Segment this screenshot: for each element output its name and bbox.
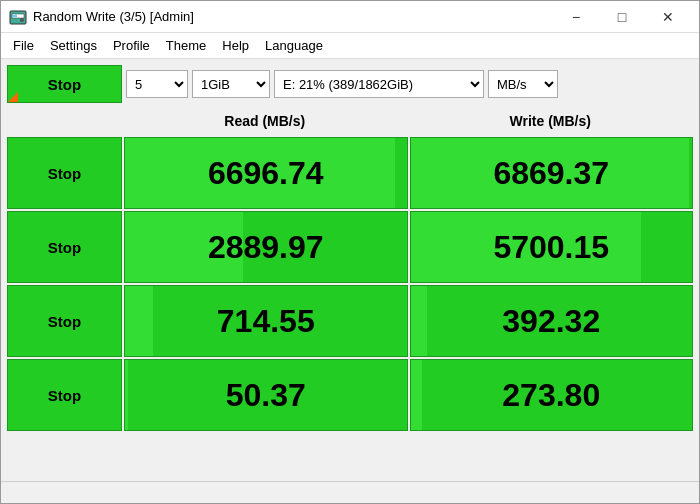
column-headers: Read (MB/s) Write (MB/s) <box>7 107 693 135</box>
title-controls: − □ ✕ <box>553 5 691 29</box>
menu-bar: File Settings Profile Theme Help Languag… <box>1 33 699 59</box>
read-value-row1: 6696.74 <box>124 137 408 209</box>
title-bar-left: Random Write (3/5) [Admin] <box>9 8 194 26</box>
app-window: Random Write (3/5) [Admin] − □ ✕ File Se… <box>0 0 700 504</box>
read-value-row3: 714.55 <box>124 285 408 357</box>
table-row: Stop 2889.97 5700.15 <box>7 211 693 283</box>
drive-select[interactable]: E: 21% (389/1862GiB) <box>274 70 484 98</box>
write-progress-bar-row4 <box>411 360 422 430</box>
write-progress-bar-row3 <box>411 286 428 356</box>
read-progress-bar-row3 <box>125 286 153 356</box>
table-row: Stop 50.37 273.80 <box>7 359 693 431</box>
read-progress-bar-row4 <box>125 360 128 430</box>
read-text-row1: 6696.74 <box>208 155 324 192</box>
window-title: Random Write (3/5) [Admin] <box>33 9 194 24</box>
write-value-row3: 392.32 <box>410 285 694 357</box>
write-value-row1: 6869.37 <box>410 137 694 209</box>
stop-button-row4[interactable]: Stop <box>7 359 122 431</box>
menu-profile[interactable]: Profile <box>105 36 158 55</box>
table-row: Stop 714.55 392.32 <box>7 285 693 357</box>
svg-rect-3 <box>12 15 17 17</box>
read-value-row2: 2889.97 <box>124 211 408 283</box>
write-text-row1: 6869.37 <box>493 155 609 192</box>
write-text-row2: 5700.15 <box>493 229 609 266</box>
write-value-row4: 273.80 <box>410 359 694 431</box>
main-stop-button[interactable]: Stop <box>7 65 122 103</box>
read-text-row2: 2889.97 <box>208 229 324 266</box>
controls-row: Stop 5 1 2 3 4 8 16 32 64 1GiB 512MiB 2G… <box>7 65 693 103</box>
menu-settings[interactable]: Settings <box>42 36 105 55</box>
read-text-row3: 714.55 <box>217 303 315 340</box>
threads-select[interactable]: 5 1 2 3 4 8 16 32 64 <box>126 70 188 98</box>
close-button[interactable]: ✕ <box>645 5 691 29</box>
read-header: Read (MB/s) <box>122 113 408 129</box>
read-text-row4: 50.37 <box>226 377 306 414</box>
app-icon <box>9 8 27 26</box>
minimize-button[interactable]: − <box>553 5 599 29</box>
size-select[interactable]: 1GiB 512MiB 2GiB 4GiB 8GiB 16GiB 32GiB 6… <box>192 70 270 98</box>
read-value-row4: 50.37 <box>124 359 408 431</box>
menu-language[interactable]: Language <box>257 36 331 55</box>
stop-button-row1[interactable]: Stop <box>7 137 122 209</box>
data-grid: Read (MB/s) Write (MB/s) Stop 6696.74 68… <box>7 107 693 475</box>
menu-help[interactable]: Help <box>214 36 257 55</box>
stop-button-row2[interactable]: Stop <box>7 211 122 283</box>
unit-select[interactable]: MB/s GB/s IOPS <box>488 70 558 98</box>
status-bar <box>1 481 699 503</box>
write-text-row3: 392.32 <box>502 303 600 340</box>
main-content: Stop 5 1 2 3 4 8 16 32 64 1GiB 512MiB 2G… <box>1 59 699 481</box>
stop-button-row3[interactable]: Stop <box>7 285 122 357</box>
maximize-button[interactable]: □ <box>599 5 645 29</box>
write-value-row2: 5700.15 <box>410 211 694 283</box>
menu-file[interactable]: File <box>5 36 42 55</box>
title-bar: Random Write (3/5) [Admin] − □ ✕ <box>1 1 699 33</box>
svg-point-2 <box>20 18 24 22</box>
write-header: Write (MB/s) <box>408 113 694 129</box>
menu-theme[interactable]: Theme <box>158 36 214 55</box>
write-text-row4: 273.80 <box>502 377 600 414</box>
table-row: Stop 6696.74 6869.37 <box>7 137 693 209</box>
